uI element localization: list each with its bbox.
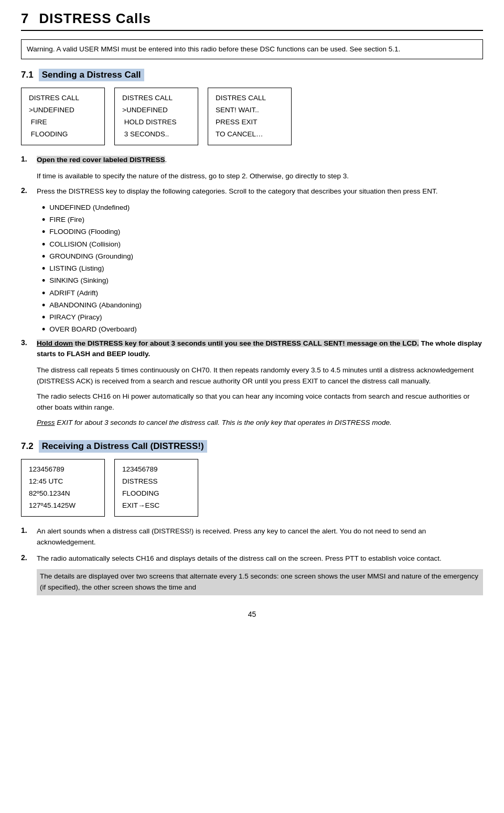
list-item-text: ADRIFT (Adrift) bbox=[49, 288, 98, 298]
step-2-content: Press the DISTRESS key to display the fo… bbox=[37, 186, 483, 197]
step-72-1-num: 1. bbox=[21, 526, 33, 534]
list-item: •GROUNDING (Grounding) bbox=[42, 251, 483, 262]
list-item: •ADRIFT (Adrift) bbox=[42, 288, 483, 298]
list-item: •OVER BOARD (Overboard) bbox=[42, 324, 483, 335]
category-list: •UNDEFINED (Undefined) •FIRE (Fire) •FLO… bbox=[42, 202, 483, 335]
step-1-period: . bbox=[165, 156, 167, 164]
section-72-header: 7.2 Receiving a Distress Call (DISTRESS!… bbox=[21, 440, 483, 453]
list-item-text: GROUNDING (Grounding) bbox=[49, 251, 133, 262]
lcd-line: DISTRESS bbox=[122, 476, 190, 488]
list-item: •COLLISION (Collision) bbox=[42, 239, 483, 250]
step-3-para-1: The distress call repeats 5 times contin… bbox=[37, 365, 483, 387]
lcd-line: EXIT→ESC bbox=[122, 500, 190, 512]
step-1-bold: Open the red cover labeled DISTRESS bbox=[37, 156, 165, 164]
list-item: •LISTING (Listing) bbox=[42, 263, 483, 274]
lcd-screens-row-71: DISTRES CALL >UNDEFINED FIRE FLOODING DI… bbox=[21, 88, 483, 145]
step-2-press: Press bbox=[37, 187, 55, 195]
lcd-line: 12:45 UTC bbox=[29, 476, 97, 488]
lcd-line: 82º50.1234N bbox=[29, 488, 97, 500]
step-3: 3. Hold down the DISTRESS key for about … bbox=[21, 338, 483, 360]
lcd-line: DISTRES CALL bbox=[29, 92, 97, 104]
step-2: 2. Press the DISTRESS key to display the… bbox=[21, 186, 483, 197]
bullet-icon: • bbox=[42, 301, 45, 310]
list-item-text: COLLISION (Collision) bbox=[49, 239, 121, 250]
page-header: 7 DISTRESS Calls bbox=[21, 10, 483, 31]
bullet-icon: • bbox=[42, 240, 45, 249]
bullet-icon: • bbox=[42, 325, 45, 334]
bullet-icon: • bbox=[42, 215, 45, 224]
step-2-main: the DISTRESS key to display the followin… bbox=[55, 187, 438, 195]
lcd-line: SENT! WAIT.. bbox=[216, 104, 284, 116]
step-72-2: 2. The radio automatically selects CH16 … bbox=[21, 553, 483, 564]
lcd-line: FIRE bbox=[29, 116, 97, 129]
section-72-title: Receiving a Distress Call (DISTRESS!) bbox=[39, 440, 207, 453]
page-footer: 45 bbox=[21, 610, 483, 618]
lcd-line: DISTRES CALL bbox=[216, 92, 284, 104]
section-71-num: 7.1 bbox=[21, 70, 34, 80]
step-1: 1. Open the red cover labeled DISTRESS. bbox=[21, 155, 483, 166]
bullet-icon: • bbox=[42, 203, 45, 212]
list-item: •ABANDONING (Abandoning) bbox=[42, 300, 483, 311]
lcd-line: >UNDEFINED bbox=[29, 104, 97, 116]
lcd-line: HOLD DISTRES bbox=[122, 116, 190, 129]
list-item: •UNDEFINED (Undefined) bbox=[42, 202, 483, 213]
step-2-num: 2. bbox=[21, 186, 33, 195]
step-1-content: Open the red cover labeled DISTRESS. bbox=[37, 155, 483, 166]
lcd-line: PRESS EXIT bbox=[216, 116, 284, 129]
bullet-icon: • bbox=[42, 276, 45, 285]
lcd-line: 123456789 bbox=[122, 464, 190, 476]
step-72-1: 1. An alert sounds when a distress call … bbox=[21, 526, 483, 548]
chapter-title: DISTRESS Calls bbox=[39, 10, 151, 27]
list-item-text: SINKING (Sinking) bbox=[49, 275, 109, 286]
lcd-screen-1: DISTRES CALL >UNDEFINED FIRE FLOODING bbox=[21, 88, 105, 145]
bullet-icon: • bbox=[42, 227, 45, 237]
bullet-icon: • bbox=[42, 288, 45, 298]
list-item-text: LISTING (Listing) bbox=[49, 263, 104, 274]
section-71-header: 7.1 Sending a Distress Call bbox=[21, 69, 483, 81]
step-1-num: 1. bbox=[21, 155, 33, 163]
lcd-screen-72-1: 123456789 12:45 UTC 82º50.1234N 127º45.1… bbox=[21, 459, 105, 517]
lcd-screen-2: DISTRES CALL >UNDEFINED HOLD DISTRES 3 S… bbox=[114, 88, 198, 145]
lcd-line: >UNDEFINED bbox=[122, 104, 190, 116]
warning-box: Warning. A valid USER MMSI must be enter… bbox=[21, 39, 483, 59]
step-3-num: 3. bbox=[21, 338, 33, 347]
warning-text: Warning. A valid USER MMSI must be enter… bbox=[27, 45, 400, 53]
list-item: •PIRACY (Piracy) bbox=[42, 312, 483, 323]
list-item: •FLOODING (Flooding) bbox=[42, 227, 483, 237]
lcd-line: FLOODING bbox=[29, 129, 97, 141]
step-72-2-content: The radio automatically selects CH16 and… bbox=[37, 553, 483, 564]
bullet-icon: • bbox=[42, 313, 45, 322]
bullet-icon: • bbox=[42, 264, 45, 273]
list-item-text: PIRACY (Piracy) bbox=[49, 312, 102, 323]
step-1-intro: If time is available to specify the natu… bbox=[37, 171, 483, 182]
list-item-text: FLOODING (Flooding) bbox=[49, 227, 120, 237]
chapter-number: 7 bbox=[21, 10, 28, 27]
lcd-line: TO CANCEL… bbox=[216, 129, 284, 141]
list-item: •FIRE (Fire) bbox=[42, 215, 483, 225]
exit-underline: Press bbox=[37, 419, 55, 426]
page-number: 45 bbox=[248, 610, 256, 618]
step-72-2-highlight: The details are displayed over two scree… bbox=[37, 569, 483, 595]
lcd-screen-72-2: 123456789 DISTRESS FLOODING EXIT→ESC bbox=[114, 459, 198, 517]
lcd-line: 127º45.1425W bbox=[29, 500, 97, 512]
bullet-icon: • bbox=[42, 252, 45, 261]
lcd-line: 123456789 bbox=[29, 464, 97, 476]
step-3-content: Hold down the DISTRESS key for about 3 s… bbox=[37, 338, 483, 360]
list-item-text: OVER BOARD (Overboard) bbox=[49, 324, 137, 335]
lcd-line: 3 SECONDS.. bbox=[122, 129, 190, 141]
list-item-text: FIRE (Fire) bbox=[49, 215, 84, 225]
lcd-line: FLOODING bbox=[122, 488, 190, 500]
step-3-para-2: The radio selects CH16 on Hi power autom… bbox=[37, 391, 483, 413]
list-item-text: ABANDONING (Abandoning) bbox=[49, 300, 142, 311]
lcd-screens-row-72: 123456789 12:45 UTC 82º50.1234N 127º45.1… bbox=[21, 459, 483, 517]
step-72-2-num: 2. bbox=[21, 553, 33, 562]
lcd-line: DISTRES CALL bbox=[122, 92, 190, 104]
section-72-num: 7.2 bbox=[21, 441, 34, 452]
list-item: •SINKING (Sinking) bbox=[42, 275, 483, 286]
step-72-1-content: An alert sounds when a distress call (DI… bbox=[37, 526, 483, 548]
step-3-highlight: Hold down the DISTRESS key for about 3 s… bbox=[37, 339, 419, 347]
section-71-title: Sending a Distress Call bbox=[39, 69, 144, 81]
lcd-screen-3: DISTRES CALL SENT! WAIT.. PRESS EXIT TO … bbox=[208, 88, 292, 145]
step-3-para-3: Press EXIT for about 3 seconds to cancel… bbox=[37, 418, 483, 429]
list-item-text: UNDEFINED (Undefined) bbox=[49, 202, 130, 213]
